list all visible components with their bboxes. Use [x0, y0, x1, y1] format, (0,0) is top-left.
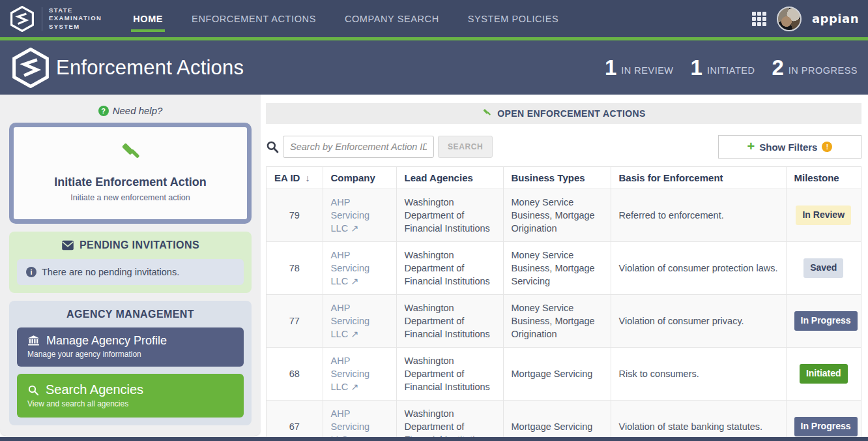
- company-link[interactable]: AHP Servicing LLC ↗: [331, 303, 370, 339]
- search-button[interactable]: SEARCH: [438, 136, 493, 158]
- stat-in-progress: 2 IN PROGRESS: [772, 55, 858, 80]
- envelope-icon: [61, 240, 74, 251]
- basis-cell: Referred to enforcement.: [611, 189, 786, 242]
- agency-management-title: AGENCY MANAGEMENT: [17, 309, 244, 320]
- external-link-icon: ↗: [351, 382, 358, 392]
- basis-cell: Risk to consumers.: [611, 348, 786, 401]
- show-filters-button[interactable]: + Show Filters !: [718, 135, 861, 159]
- company-link[interactable]: AHP Servicing LLC ↗: [331, 356, 370, 392]
- search-icon: [27, 384, 39, 396]
- column-header-lead-agencies[interactable]: Lead Agencies: [396, 167, 503, 189]
- milestone-badge: In Progress: [794, 311, 858, 330]
- column-header-ea-id[interactable]: EA ID↓: [267, 167, 323, 189]
- company-link[interactable]: AHP Servicing LLC ↗: [331, 197, 370, 234]
- filters-alert-icon: !: [822, 142, 832, 152]
- milestone-badge: Saved: [803, 258, 843, 277]
- table-row: 67 AHP Servicing LLC ↗ Washington Depart…: [267, 401, 861, 441]
- info-icon: i: [26, 267, 36, 277]
- ea-id-cell: 68: [267, 348, 323, 401]
- initiate-card-title: Initiate Enforcement Action: [23, 175, 238, 189]
- no-pending-invitations-message: i There are no pending invitations.: [17, 259, 244, 285]
- ea-id-cell: 78: [267, 242, 323, 295]
- page-title: Enforcement Actions: [56, 56, 244, 80]
- external-link-icon: ↗: [351, 223, 358, 234]
- column-header-basis[interactable]: Basis for Enforcement: [611, 167, 786, 189]
- milestone-cell: In Review: [786, 189, 861, 242]
- sidebar: ? Need help? Initiate Enforcement Action…: [0, 95, 261, 436]
- nav-item-home[interactable]: HOME: [133, 10, 163, 28]
- company-cell: AHP Servicing LLC ↗: [323, 348, 396, 401]
- basis-cell: Violation of consumer protection laws.: [611, 242, 786, 295]
- app-logo[interactable]: STATE EXAMINATION SYSTEM: [9, 6, 102, 32]
- business-types-cell: Money Service Business, Mortgage Servici…: [503, 242, 611, 295]
- external-link-icon: ↗: [351, 329, 358, 339]
- lead-agencies-cell: Washington Department of Financial Insti…: [396, 242, 503, 295]
- search-input[interactable]: [283, 136, 434, 158]
- milestone-cell: In Progress: [786, 295, 861, 348]
- page-header: Enforcement Actions 1 IN REVIEW 1 INITIA…: [0, 40, 868, 95]
- initiate-enforcement-action-button[interactable]: Initiate Enforcement Action Initiate a n…: [9, 123, 252, 224]
- lead-agencies-cell: Washington Department of Financial Insti…: [396, 295, 503, 348]
- column-header-company[interactable]: Company: [323, 167, 396, 189]
- nav-items: HOME ENFORCEMENT ACTIONS COMPANY SEARCH …: [133, 10, 558, 28]
- company-cell: AHP Servicing LLC ↗: [323, 242, 396, 295]
- lead-agencies-cell: Washington Department of Financial Insti…: [396, 348, 503, 401]
- company-link[interactable]: AHP Servicing LLC ↗: [331, 250, 370, 286]
- lead-agencies-cell: Washington Department of Financial Insti…: [396, 401, 503, 441]
- company-cell: AHP Servicing LLC ↗: [323, 295, 396, 348]
- external-link-icon: ↗: [351, 276, 358, 286]
- business-types-cell: Money Service Business, Mortgage Origina…: [503, 189, 611, 242]
- header-stats: 1 IN REVIEW 1 INITIATED 2 IN PROGRESS: [605, 55, 858, 80]
- milestone-cell: Saved: [786, 242, 861, 295]
- table-row: 77 AHP Servicing LLC ↗ Washington Depart…: [267, 295, 861, 348]
- ses-logo-icon: [9, 6, 35, 32]
- business-types-cell: Mortgage Servicing: [503, 348, 611, 401]
- column-header-business-types[interactable]: Business Types: [503, 167, 611, 189]
- search-icon: [266, 140, 279, 153]
- company-cell: AHP Servicing LLC ↗: [323, 189, 396, 242]
- table-header-row: EA ID↓ Company Lead Agencies Business Ty…: [267, 167, 861, 189]
- column-header-milestone[interactable]: Milestone: [786, 167, 861, 189]
- milestone-cell: Initiated: [786, 348, 861, 401]
- basis-cell: Violation of consumer privacy.: [611, 295, 786, 348]
- milestone-badge: In Progress: [794, 417, 858, 436]
- app-grid-icon[interactable]: [752, 12, 766, 26]
- nav-item-enforcement-actions[interactable]: ENFORCEMENT ACTIONS: [192, 10, 316, 28]
- appian-logo: appian: [812, 12, 859, 25]
- pending-invitations-title: PENDING INVITATIONS: [17, 239, 244, 251]
- enforcement-actions-table: EA ID↓ Company Lead Agencies Business Ty…: [266, 166, 861, 441]
- logo-text: STATE EXAMINATION SYSTEM: [49, 7, 102, 31]
- stat-initiated: 1 INITIATED: [691, 55, 755, 80]
- company-cell: AHP Servicing LLC ↗: [323, 401, 396, 441]
- page: STATE EXAMINATION SYSTEM HOME ENFORCEMEN…: [0, 0, 868, 441]
- nav-item-system-policies[interactable]: SYSTEM POLICIES: [468, 10, 559, 28]
- need-help-link[interactable]: ? Need help?: [9, 105, 252, 116]
- nav-item-company-search[interactable]: COMPANY SEARCH: [345, 10, 439, 28]
- nav-right: appian: [752, 7, 859, 31]
- stat-in-review: 1 IN REVIEW: [605, 55, 674, 80]
- gavel-icon: [118, 142, 143, 166]
- milestone-badge: Initiated: [800, 364, 848, 383]
- plus-icon: +: [747, 140, 755, 153]
- ea-id-cell: 79: [267, 189, 323, 242]
- search-row: SEARCH + Show Filters !: [266, 135, 861, 159]
- user-avatar[interactable]: [777, 7, 802, 31]
- table-row: 68 AHP Servicing LLC ↗ Washington Depart…: [267, 348, 861, 401]
- business-types-cell: Money Service Business, Mortgage Origina…: [503, 295, 611, 348]
- milestone-badge: In Review: [796, 205, 851, 224]
- milestone-cell: In Progress: [786, 401, 861, 441]
- search-agencies-button[interactable]: Search Agencies View and search all agen…: [17, 374, 244, 418]
- gavel-icon: [482, 108, 492, 119]
- company-link[interactable]: AHP Servicing LLC ↗: [331, 408, 370, 441]
- logo-divider: [42, 7, 42, 31]
- ses-logo-icon-large: [10, 48, 51, 88]
- footer-bar: [0, 437, 868, 441]
- business-types-cell: Mortgage Servicing: [503, 401, 611, 441]
- lead-agencies-cell: Washington Department of Financial Insti…: [396, 189, 503, 242]
- basis-cell: Violation of state banking statutes.: [611, 401, 786, 441]
- bank-icon: [27, 335, 40, 347]
- section-header: OPEN ENFORCEMENT ACTIONS: [266, 103, 861, 124]
- agency-management-panel: AGENCY MANAGEMENT Manage Agency Profile: [9, 301, 252, 425]
- help-icon: ?: [98, 106, 109, 116]
- manage-agency-profile-button[interactable]: Manage Agency Profile Manage your agency…: [17, 327, 244, 367]
